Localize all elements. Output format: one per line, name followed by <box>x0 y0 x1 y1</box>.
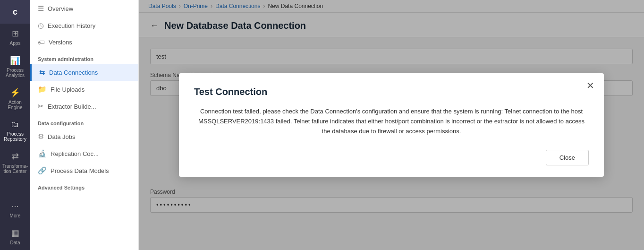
sidebar-item-overview[interactable]: ☰ Overview <box>30 0 138 17</box>
modal-footer: Close <box>194 150 589 165</box>
process-analytics-icon: 📊 <box>10 55 20 66</box>
modal-overlay: Test Connection ✕ Connection test failed… <box>139 0 644 250</box>
extractor-builder-icon: ✂ <box>38 102 44 111</box>
test-connection-modal: Test Connection ✕ Connection test failed… <box>179 73 604 176</box>
overview-icon: ☰ <box>38 4 44 13</box>
process-data-models-icon: 🔗 <box>38 166 47 175</box>
logo: c <box>0 0 30 24</box>
nav-item-process-repository[interactable]: 🗂 Process Repository <box>0 115 30 147</box>
main-content: Data Pools › On-Prime › Data Connections… <box>139 0 644 250</box>
icon-nav: c ⊞ Apps 📊 Process Analytics ⚡ Action En… <box>0 0 30 250</box>
nav-item-data[interactable]: ▦ Data <box>0 223 30 250</box>
data-connections-icon: ⇆ <box>39 68 45 77</box>
replication-cockpit-icon: 🔬 <box>38 149 47 158</box>
more-icon: ··· <box>11 201 18 211</box>
sidebar-label-data-jobs: Data Jobs <box>48 133 76 140</box>
data-icon: ▦ <box>11 228 19 238</box>
sidebar-label-process-data-models: Process Data Models <box>51 167 109 174</box>
nav-item-process-analytics[interactable]: 📊 Process Analytics <box>0 51 30 83</box>
nav-item-transformation-center[interactable]: ⇄ Transforma-tion Center <box>0 147 30 179</box>
apps-icon: ⊞ <box>12 28 19 39</box>
nav-label-transformation-center: Transforma-tion Center <box>2 164 28 174</box>
file-uploads-icon: 📁 <box>38 85 47 94</box>
sidebar-item-extractor-builder[interactable]: ✂ Extractor Builde... <box>30 98 138 115</box>
nav-label-more: More <box>10 213 21 218</box>
sidebar-label-versions: Versions <box>49 39 72 46</box>
nav-label-process-analytics: Process Analytics <box>2 68 28 78</box>
sidebar-item-file-uploads[interactable]: 📁 File Uploads <box>30 81 138 98</box>
close-modal-button[interactable]: Close <box>546 150 589 165</box>
transformation-center-icon: ⇄ <box>12 151 19 162</box>
sidebar-label-extractor-builder: Extractor Builde... <box>48 103 96 110</box>
sidebar-item-process-data-models[interactable]: 🔗 Process Data Models <box>30 162 138 179</box>
sidebar-label-file-uploads: File Uploads <box>51 86 85 93</box>
nav-item-action-engine[interactable]: ⚡ Action Engine <box>0 83 30 115</box>
modal-title: Test Connection <box>194 86 589 97</box>
nav-label-action-engine: Action Engine <box>2 100 28 110</box>
sidebar-item-data-connections[interactable]: ⇆ Data Connections <box>30 64 138 81</box>
sidebar-item-data-jobs[interactable]: ⚙ Data Jobs <box>30 128 138 145</box>
versions-icon: 🏷 <box>38 38 45 46</box>
nav-label-apps: Apps <box>10 41 21 46</box>
action-engine-icon: ⚡ <box>10 87 20 98</box>
data-config-section-title: Data configuration <box>30 115 138 128</box>
sidebar-label-data-connections: Data Connections <box>49 69 98 76</box>
sidebar-label-overview: Overview <box>48 5 73 12</box>
sidebar-item-versions[interactable]: 🏷 Versions <box>30 34 138 51</box>
nav-label-data: Data <box>10 240 20 245</box>
system-admin-section-title: System administration <box>30 51 138 64</box>
sidebar-item-execution-history[interactable]: ◷ Execution History <box>30 17 138 34</box>
sidebar: ☰ Overview ◷ Execution History 🏷 Version… <box>30 0 139 250</box>
sidebar-label-execution-history: Execution History <box>48 22 95 29</box>
nav-label-process-repository: Process Repository <box>2 131 28 142</box>
data-jobs-icon: ⚙ <box>38 132 44 141</box>
process-repository-icon: 🗂 <box>11 120 19 129</box>
modal-body-text: Connection test failed, please check the… <box>194 107 589 136</box>
execution-history-icon: ◷ <box>38 21 44 30</box>
advanced-settings-section-title: Advanced Settings <box>30 179 138 192</box>
modal-close-button[interactable]: ✕ <box>586 81 594 90</box>
nav-item-more[interactable]: ··· More <box>0 197 30 223</box>
sidebar-item-replication-cockpit[interactable]: 🔬 Replication Coc... <box>30 145 138 162</box>
nav-item-apps[interactable]: ⊞ Apps <box>0 24 30 51</box>
sidebar-label-replication-cockpit: Replication Coc... <box>51 150 99 157</box>
